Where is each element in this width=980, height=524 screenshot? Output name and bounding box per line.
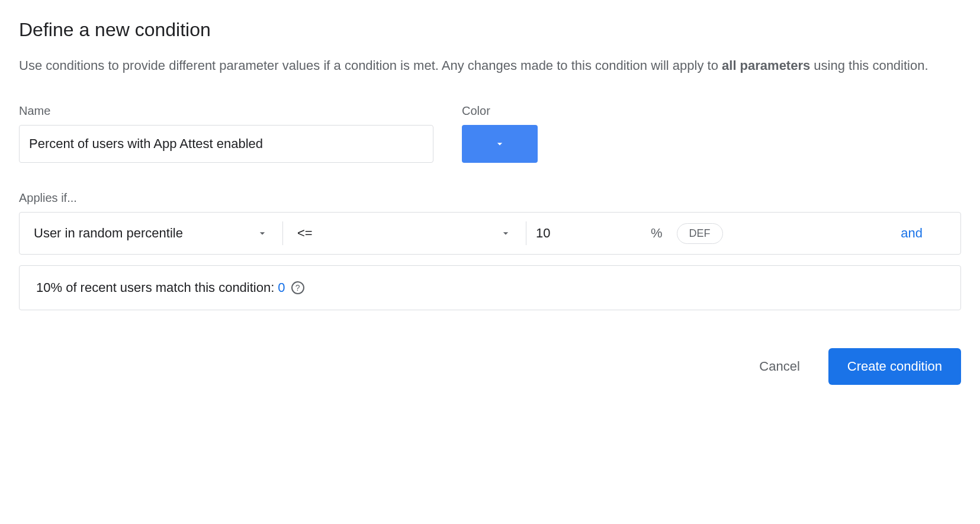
- create-condition-button[interactable]: Create condition: [828, 348, 961, 385]
- description-prefix: Use conditions to provide different para…: [19, 58, 722, 73]
- operator-select[interactable]: <=: [283, 226, 526, 241]
- color-picker-button[interactable]: [462, 125, 538, 163]
- condition-type-text: User in random percentile: [34, 226, 183, 241]
- page-title: Define a new condition: [19, 19, 961, 41]
- footer-actions: Cancel Create condition: [19, 348, 961, 385]
- condition-type-select[interactable]: User in random percentile: [34, 226, 282, 241]
- percent-unit-label: %: [651, 226, 663, 241]
- caret-down-icon: [494, 138, 506, 150]
- match-count: 0: [278, 280, 285, 295]
- help-icon[interactable]: ?: [291, 281, 304, 294]
- percentile-value-input[interactable]: [526, 213, 651, 254]
- color-field-group: Color: [462, 104, 538, 163]
- operator-text: <=: [297, 226, 313, 241]
- name-label: Name: [19, 104, 433, 118]
- color-label: Color: [462, 104, 538, 118]
- caret-down-icon: [256, 227, 268, 239]
- seed-chip[interactable]: DEF: [677, 223, 723, 244]
- match-info-text: 10% of recent users match this condition…: [36, 280, 274, 295]
- match-info-box: 10% of recent users match this condition…: [19, 265, 961, 310]
- caret-down-icon: [500, 227, 512, 239]
- applies-section: Applies if... User in random percentile …: [19, 191, 961, 310]
- name-field-group: Name: [19, 104, 433, 163]
- field-row: Name Color: [19, 104, 961, 163]
- applies-label: Applies if...: [19, 191, 961, 205]
- condition-row: User in random percentile <= % DEF and: [19, 212, 961, 255]
- name-input[interactable]: [19, 125, 433, 163]
- description-bold: all parameters: [722, 58, 810, 73]
- add-and-link[interactable]: and: [901, 226, 923, 241]
- description-text: Use conditions to provide different para…: [19, 55, 961, 76]
- description-suffix: using this condition.: [810, 58, 928, 73]
- cancel-button[interactable]: Cancel: [750, 352, 809, 381]
